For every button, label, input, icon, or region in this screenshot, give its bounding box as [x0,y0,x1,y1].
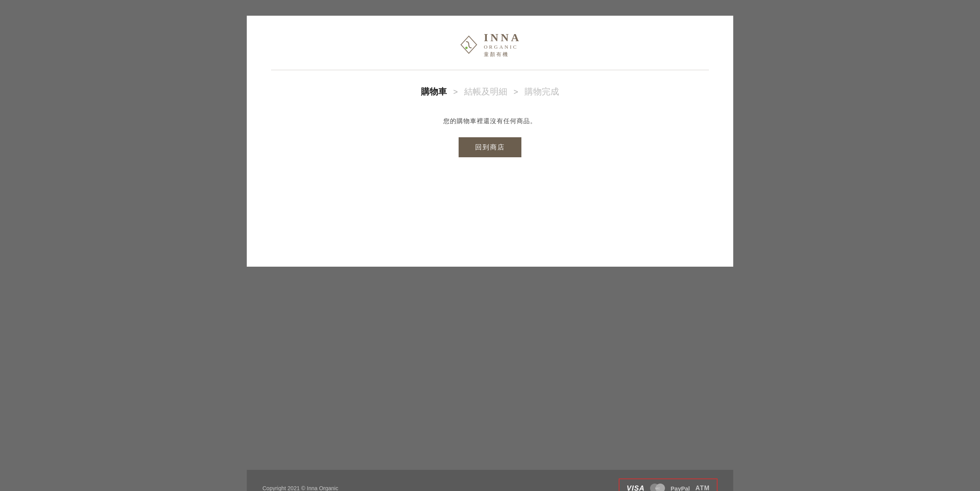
logo-container: INNA ORGANIC 童顏有機 [459,31,521,58]
page-wrapper: INNA ORGANIC 童顏有機 購物車 > 結帳及明細 > 購物完成 您的購… [8,16,972,491]
breadcrumb-step1: 購物車 [421,86,447,98]
breadcrumb-step2: 結帳及明細 [464,86,507,98]
logo-inna-text: INNA [484,31,521,44]
breadcrumb-step3: 購物完成 [525,86,559,98]
logo-chinese-text: 童顏有機 [484,51,509,58]
logo-text-block: INNA ORGANIC 童顏有機 [484,31,521,58]
paypal-icon: PayPal [670,485,690,491]
main-card: INNA ORGANIC 童顏有機 購物車 > 結帳及明細 > 購物完成 您的購… [247,16,733,267]
breadcrumb-arrow2: > [514,87,518,96]
empty-cart-message: 您的購物車裡還沒有任何商品。 [443,117,537,125]
mastercard-icon: MC [650,483,665,491]
return-to-shop-button[interactable]: 回到商店 [459,137,521,157]
payment-icons-container: VISA MC PayPal ATM [619,478,718,491]
header-divider [271,70,709,70]
breadcrumb-arrow1: > [453,87,458,96]
footer: Copyright 2021 © Inna Organic VISA MC Pa… [247,470,733,491]
logo-organic-text: ORGANIC [484,44,518,50]
svg-point-1 [465,47,468,49]
logo-area: INNA ORGANIC 童顏有機 [247,16,733,70]
breadcrumb: 購物車 > 結帳及明細 > 購物完成 [421,86,559,98]
copyright-text: Copyright 2021 © Inna Organic [262,485,338,491]
logo-icon [459,35,479,55]
atm-icon: ATM [696,485,710,491]
visa-icon: VISA [627,484,645,491]
mastercard-label: MC [650,487,665,490]
